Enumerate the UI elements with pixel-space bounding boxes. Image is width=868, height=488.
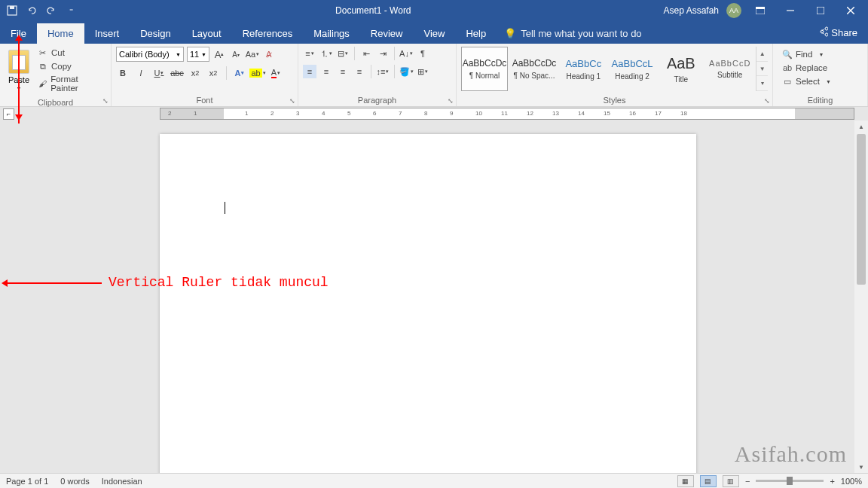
shrink-font-button[interactable]: A▾ bbox=[229, 47, 243, 61]
tab-insert[interactable]: Insert bbox=[84, 23, 130, 44]
style-title[interactable]: AaBTitle bbox=[659, 47, 704, 91]
select-button[interactable]: ▭Select▼ bbox=[782, 75, 831, 87]
font-name-value: Calibri (Body) bbox=[119, 50, 170, 59]
zoom-out-button[interactable]: − bbox=[745, 477, 750, 486]
show-marks-button[interactable]: ¶ bbox=[416, 47, 429, 60]
ruler-num: 13 bbox=[552, 110, 559, 117]
user-avatar[interactable]: AA bbox=[726, 3, 741, 18]
underline-button[interactable]: U bbox=[152, 66, 166, 80]
share-button[interactable]: Share bbox=[807, 22, 868, 44]
copy-button[interactable]: ⧉Copy bbox=[36, 60, 106, 72]
vertical-scrollbar[interactable]: ▲ ▼ bbox=[854, 120, 868, 473]
ruler-num: 17 bbox=[655, 110, 662, 117]
web-layout-button[interactable]: ▥ bbox=[723, 475, 739, 487]
read-mode-button[interactable]: ▦ bbox=[677, 475, 694, 487]
font-size-select[interactable]: 11▼ bbox=[187, 47, 209, 62]
highlight-button[interactable]: ab bbox=[251, 66, 264, 80]
close-icon[interactable] bbox=[839, 3, 862, 18]
style-heading-1[interactable]: AaBbCcHeading 1 bbox=[561, 47, 607, 91]
scissors-icon: ✂ bbox=[38, 47, 48, 58]
style-subtitle[interactable]: AaBbCcDSubtitle bbox=[707, 47, 753, 91]
subscript-button[interactable]: x2 bbox=[188, 66, 202, 80]
scroll-up-icon[interactable]: ▲ bbox=[854, 120, 868, 133]
tab-design[interactable]: Design bbox=[130, 23, 181, 44]
maximize-icon[interactable] bbox=[809, 3, 832, 18]
replace-button[interactable]: abReplace bbox=[782, 62, 831, 74]
tab-view[interactable]: View bbox=[413, 23, 455, 44]
page-count[interactable]: Page 1 of 1 bbox=[6, 477, 48, 486]
style-heading-2[interactable]: AaBbCcLHeading 2 bbox=[610, 47, 656, 91]
line-spacing-button[interactable]: ↕≡ bbox=[376, 65, 390, 78]
borders-button[interactable]: ⊞ bbox=[416, 65, 429, 78]
increase-indent-button[interactable]: ⇥ bbox=[376, 47, 390, 60]
language-status[interactable]: Indonesian bbox=[102, 477, 142, 486]
text-effects-button[interactable]: A bbox=[233, 66, 246, 80]
styles-launcher-icon[interactable]: ⤡ bbox=[764, 97, 770, 105]
document-area[interactable] bbox=[0, 120, 854, 473]
bold-button[interactable]: B bbox=[116, 66, 130, 80]
clipboard-launcher-icon[interactable]: ⤡ bbox=[102, 97, 108, 105]
styles-scroll-btn[interactable]: ▼ bbox=[756, 62, 768, 77]
zoom-in-button[interactable]: + bbox=[830, 477, 834, 486]
minimize-icon[interactable] bbox=[779, 3, 802, 18]
save-icon[interactable] bbox=[6, 5, 18, 17]
numbering-button[interactable]: ⒈ bbox=[319, 47, 333, 60]
tab-home[interactable]: Home bbox=[37, 23, 84, 44]
multilevel-button[interactable]: ⊟ bbox=[336, 47, 350, 60]
font-color-button[interactable]: A bbox=[269, 66, 283, 80]
grow-font-button[interactable]: A▴ bbox=[212, 47, 226, 61]
style-name: Subtitle bbox=[717, 71, 742, 79]
italic-button[interactable]: I bbox=[134, 66, 148, 80]
scroll-thumb[interactable] bbox=[857, 134, 866, 285]
sort-button[interactable]: A↓ bbox=[399, 47, 413, 60]
bullets-button[interactable]: ≡ bbox=[303, 47, 316, 60]
qat-customize-icon[interactable]: ⁼ bbox=[65, 5, 77, 17]
quick-access-toolbar: ⁼ bbox=[0, 5, 83, 17]
ruler-num: 10 bbox=[475, 110, 482, 117]
align-center-button[interactable]: ≡ bbox=[319, 65, 333, 78]
strikethrough-button[interactable]: abc bbox=[170, 66, 184, 80]
format-painter-button[interactable]: 🖌Format Painter bbox=[36, 74, 106, 93]
tab-help[interactable]: Help bbox=[455, 23, 497, 44]
font-launcher-icon[interactable]: ⤡ bbox=[289, 97, 295, 105]
style--no-spac-[interactable]: AaBbCcDc¶ No Spac... bbox=[511, 47, 558, 91]
print-layout-button[interactable]: ▤ bbox=[700, 475, 717, 487]
replace-label: Replace bbox=[796, 63, 827, 72]
styles-scroll: ▲▼▾ bbox=[756, 47, 768, 91]
scroll-down-icon[interactable]: ▼ bbox=[854, 461, 868, 473]
style--normal[interactable]: AaBbCcDc¶ Normal bbox=[461, 47, 508, 91]
cut-button[interactable]: ✂Cut bbox=[36, 47, 106, 59]
change-case-button[interactable]: Aa bbox=[246, 47, 259, 61]
zoom-slider[interactable] bbox=[756, 480, 824, 482]
redo-icon[interactable] bbox=[45, 5, 57, 17]
replace-icon: ab bbox=[782, 63, 793, 73]
ribbon-display-icon[interactable] bbox=[749, 3, 772, 18]
clear-formatting-button[interactable]: A̷ bbox=[262, 47, 276, 61]
tab-review[interactable]: Review bbox=[360, 23, 414, 44]
tab-layout[interactable]: Layout bbox=[182, 23, 232, 44]
decrease-indent-button[interactable]: ⇤ bbox=[359, 47, 373, 60]
styles-scroll-btn[interactable]: ▾ bbox=[756, 76, 768, 91]
font-name-select[interactable]: Calibri (Body)▼ bbox=[116, 47, 184, 62]
superscript-button[interactable]: x2 bbox=[206, 66, 220, 80]
styles-scroll-btn[interactable]: ▲ bbox=[756, 47, 768, 62]
ruler-num: 15 bbox=[604, 110, 610, 117]
paragraph-launcher-icon[interactable]: ⤡ bbox=[448, 97, 454, 105]
select-icon: ▭ bbox=[782, 76, 793, 87]
zoom-level[interactable]: 100% bbox=[841, 477, 862, 486]
user-name[interactable]: Asep Assafah bbox=[664, 5, 719, 16]
shading-button[interactable]: 🪣 bbox=[399, 65, 413, 78]
page[interactable] bbox=[160, 134, 696, 473]
word-count[interactable]: 0 words bbox=[60, 477, 90, 486]
horizontal-ruler[interactable]: 21123456789101112131415161718 bbox=[160, 108, 854, 120]
align-right-button[interactable]: ≡ bbox=[336, 65, 350, 78]
justify-button[interactable]: ≡ bbox=[353, 65, 366, 78]
align-left-button[interactable]: ≡ bbox=[303, 65, 316, 78]
tab-selector[interactable]: ⌐ bbox=[3, 108, 14, 120]
tell-me-search[interactable]: 💡 Tell me what you want to do bbox=[497, 23, 649, 44]
find-button[interactable]: 🔍Find▼ bbox=[782, 48, 831, 60]
undo-icon[interactable] bbox=[26, 5, 38, 17]
tab-references[interactable]: References bbox=[232, 23, 303, 44]
tab-mailings[interactable]: Mailings bbox=[303, 23, 360, 44]
zoom-thumb[interactable] bbox=[787, 477, 793, 485]
